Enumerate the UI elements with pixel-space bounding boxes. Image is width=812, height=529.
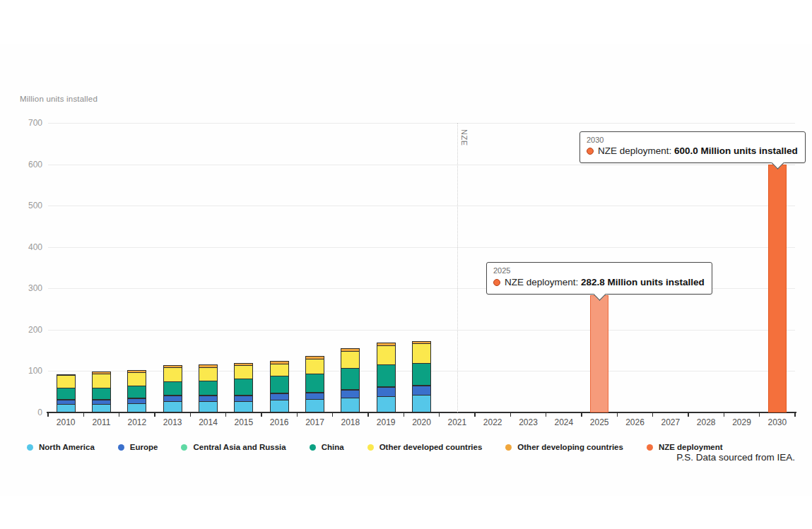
bar-segment-other-developed-countries-2014[interactable] <box>199 367 218 381</box>
bar-segment-north-america-2020[interactable] <box>412 395 431 412</box>
nze-deployment-dot-icon <box>587 148 594 155</box>
chart-page: Million units installed 0100200300400500… <box>0 0 812 529</box>
nze-deployment-legend-dot-icon <box>647 444 653 451</box>
tooltip-2030-text: NZE deployment: 600.0 Million units inst… <box>598 145 798 157</box>
bar-segment-north-america-2010[interactable] <box>57 404 76 412</box>
bar-segment-other-developed-countries-2015[interactable] <box>234 365 253 379</box>
north-america-legend-dot-icon <box>27 444 33 451</box>
bar-segment-china-2019[interactable] <box>377 364 396 387</box>
bar-segment-other-developed-countries-2011[interactable] <box>92 374 111 388</box>
gridline-700 <box>48 123 795 124</box>
chart-card: Million units installed 0100200300400500… <box>0 44 812 496</box>
bar-2010[interactable] <box>57 372 76 412</box>
bar-segment-china-2015[interactable] <box>234 379 253 396</box>
bar-segment-other-developed-countries-2012[interactable] <box>127 372 146 386</box>
x-tick-label-2024: 2024 <box>548 417 580 427</box>
bar-segment-north-america-2016[interactable] <box>270 400 289 412</box>
bar-2016[interactable] <box>270 359 289 412</box>
legend-item-europe[interactable]: Europe <box>118 443 158 451</box>
x-axis-tick <box>332 413 334 417</box>
bar-2019[interactable] <box>377 340 396 413</box>
bar-segment-china-2014[interactable] <box>199 381 218 396</box>
tooltip-2030-year: 2030 <box>587 135 798 145</box>
legend-item-north-america[interactable]: North America <box>27 443 95 451</box>
bar-2013[interactable] <box>163 362 182 412</box>
bar-segment-other-developed-countries-2018[interactable] <box>341 351 360 369</box>
bar-segment-china-2018[interactable] <box>341 368 360 390</box>
legend-item-central-asia-and-russia[interactable]: Central Asia and Russia <box>181 443 286 451</box>
bar-segment-other-developed-countries-2016[interactable] <box>270 364 289 377</box>
bar-segment-china-2016[interactable] <box>270 376 289 393</box>
x-axis-tick <box>510 413 512 417</box>
bar-2020[interactable] <box>412 338 431 412</box>
legend-item-china[interactable]: China <box>310 443 344 451</box>
x-tick-label-2016: 2016 <box>263 417 295 427</box>
x-tick-label-2028: 2028 <box>690 417 722 427</box>
x-axis-tick <box>190 413 192 417</box>
bar-2018[interactable] <box>341 346 360 412</box>
legend-label: Other developing countries <box>517 443 623 451</box>
tooltip-2025-text: NZE deployment: 282.8 Million units inst… <box>505 276 705 289</box>
bar-segment-china-2017[interactable] <box>305 374 324 393</box>
bar-segment-other-developed-countries-2010[interactable] <box>57 375 76 388</box>
legend-label: China <box>322 443 344 451</box>
bar-segment-china-2011[interactable] <box>92 388 111 400</box>
bar-segment-north-america-2019[interactable] <box>377 396 396 412</box>
x-axis-tick <box>652 413 654 417</box>
bar-segment-other-developed-countries-2019[interactable] <box>377 345 396 365</box>
bar-2014[interactable] <box>199 362 218 412</box>
bar-segment-north-america-2017[interactable] <box>305 399 324 412</box>
bar-nze-deployment-2025[interactable] <box>590 295 608 412</box>
y-tick-label-100: 100 <box>13 366 42 376</box>
y-tick-label-200: 200 <box>13 325 42 335</box>
x-tick-label-2018: 2018 <box>334 417 367 427</box>
bar-segment-other-developed-countries-2013[interactable] <box>163 367 182 382</box>
bar-segment-other-developed-countries-2020[interactable] <box>412 343 431 363</box>
other-developing-countries-legend-dot-icon <box>505 444 512 451</box>
bar-nze-deployment-2030[interactable] <box>768 165 787 412</box>
x-axis-tick <box>724 413 725 417</box>
chart-legend: North AmericaEuropeCentral Asia and Russ… <box>27 443 723 451</box>
other-developed-countries-legend-dot-icon <box>367 444 374 451</box>
bar-segment-europe-2019[interactable] <box>377 387 396 397</box>
central-asia-and-russia-legend-dot-icon <box>181 444 187 451</box>
tooltip-2030-label: NZE deployment: <box>598 145 674 156</box>
nze-separator-line <box>457 123 458 412</box>
x-axis-tick <box>617 413 618 417</box>
legend-item-nze-deployment[interactable]: NZE deployment <box>647 443 723 451</box>
legend-item-other-developed-countries[interactable]: Other developed countries <box>367 443 483 451</box>
x-tick-label-2011: 2011 <box>86 417 118 427</box>
bar-2015[interactable] <box>234 360 253 412</box>
legend-label: North America <box>39 443 95 451</box>
gridline-400 <box>48 247 795 248</box>
bar-segment-north-america-2018[interactable] <box>341 398 360 412</box>
x-axis-tick <box>759 413 760 417</box>
x-axis-tick <box>474 413 476 417</box>
bar-segment-north-america-2012[interactable] <box>127 403 146 412</box>
bar-segment-north-america-2013[interactable] <box>163 401 182 412</box>
x-axis-tick <box>404 413 405 417</box>
gridline-200 <box>48 330 795 331</box>
bar-segment-china-2010[interactable] <box>57 388 76 400</box>
bar-2017[interactable] <box>305 353 324 412</box>
bar-segment-china-2020[interactable] <box>412 363 431 386</box>
bar-segment-north-america-2014[interactable] <box>199 401 218 412</box>
bar-2012[interactable] <box>127 367 146 412</box>
europe-legend-dot-icon <box>118 444 124 451</box>
x-axis-tick <box>794 413 796 417</box>
bar-segment-china-2013[interactable] <box>163 381 182 396</box>
x-tick-label-2029: 2029 <box>726 417 758 427</box>
legend-item-other-developing-countries[interactable]: Other developing countries <box>505 443 623 451</box>
y-tick-label-400: 400 <box>13 242 42 252</box>
bar-segment-north-america-2015[interactable] <box>234 401 253 412</box>
tooltip-2030: 2030 NZE deployment: 600.0 Million units… <box>579 131 806 163</box>
bar-segment-north-america-2011[interactable] <box>92 404 111 412</box>
bar-segment-other-developed-countries-2017[interactable] <box>305 359 324 374</box>
legend-label: Europe <box>130 443 158 451</box>
x-tick-label-2017: 2017 <box>299 417 331 427</box>
bar-segment-china-2012[interactable] <box>127 386 146 398</box>
bar-segment-europe-2020[interactable] <box>412 386 431 396</box>
tooltip-2030-value: 600.0 Million units installed <box>674 145 798 156</box>
y-tick-label-300: 300 <box>13 283 42 293</box>
bar-2011[interactable] <box>92 369 111 413</box>
